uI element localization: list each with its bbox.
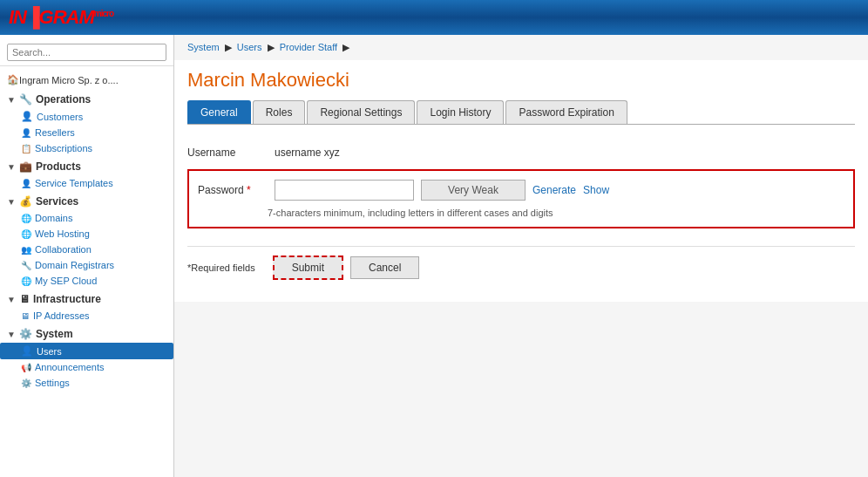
- sidebar-item-announcements[interactable]: Announcements: [0, 359, 173, 375]
- domains-label: Domains: [35, 213, 72, 223]
- logo-text: IN: [9, 6, 26, 28]
- search-input[interactable]: [7, 44, 166, 61]
- page-content: Marcin Makowiecki General Roles Regional…: [174, 60, 868, 302]
- sidebar-item-domains[interactable]: Domains: [0, 210, 173, 226]
- username-value: username xyz: [275, 147, 340, 159]
- ip-addresses-icon: [21, 310, 30, 321]
- tab-roles[interactable]: Roles: [253, 100, 306, 124]
- system-icon: ⚙️: [19, 328, 32, 340]
- page-title: Marcin Makowiecki: [187, 60, 855, 100]
- required-note: *Required fields: [187, 262, 255, 273]
- breadcrumb: System ▶ Users ▶ Provider Staff ▶: [174, 35, 868, 60]
- sidebar-item-domain-registrars[interactable]: Domain Registrars: [0, 257, 173, 273]
- tab-login-history[interactable]: Login History: [417, 100, 504, 124]
- form-footer: *Required fields Submit Cancel: [187, 246, 855, 280]
- products-label: Products: [36, 160, 81, 173]
- house-icon: [7, 74, 19, 85]
- company-name: Ingram Micro Sp. z o....: [19, 75, 119, 85]
- main-content: System ▶ Users ▶ Provider Staff ▶ Marcin…: [174, 35, 868, 477]
- operations-label: Operations: [36, 93, 91, 106]
- tab-general[interactable]: General: [187, 100, 251, 124]
- password-hint: 7-characters minimum, including letters …: [198, 208, 844, 218]
- sidebar-company[interactable]: Ingram Micro Sp. z o....: [0, 71, 173, 89]
- password-label: Password *: [198, 184, 259, 196]
- sidebar-section-products: ▼ 💼 Products Service Templates: [0, 158, 173, 191]
- password-required-marker: *: [247, 184, 251, 196]
- services-toggle: ▼: [7, 197, 16, 207]
- web-hosting-icon: [21, 228, 31, 239]
- app-logo: IN▐GRAMmicro: [9, 6, 113, 29]
- main-layout: Ingram Micro Sp. z o.... ▼ 🔧 Operations …: [0, 35, 868, 477]
- collaboration-icon: [21, 244, 31, 255]
- products-toggle: ▼: [7, 162, 16, 172]
- products-header[interactable]: ▼ 💼 Products: [0, 158, 173, 175]
- search-box[interactable]: [0, 39, 173, 66]
- operations-header[interactable]: ▼ 🔧 Operations: [0, 91, 173, 108]
- web-hosting-label: Web Hosting: [35, 228, 90, 239]
- password-strength: Very Weak: [421, 180, 526, 201]
- resellers-icon: [21, 127, 31, 138]
- submit-button[interactable]: Submit: [273, 256, 343, 280]
- services-header[interactable]: ▼ 💰 Services: [0, 193, 173, 210]
- infra-toggle: ▼: [7, 295, 16, 304]
- announcements-icon: [21, 362, 31, 372]
- password-input[interactable]: [275, 180, 414, 201]
- password-section: Password * Very Weak Generate Show 7-cha…: [187, 169, 855, 228]
- sidebar-item-service-templates[interactable]: Service Templates: [0, 175, 173, 191]
- toggle-icon: ▼: [7, 95, 16, 105]
- logo-micro: micro: [94, 9, 113, 18]
- sidebar-item-subscriptions[interactable]: Subscriptions: [0, 140, 173, 156]
- tabs-bar: General Roles Regional Settings Login Hi…: [187, 100, 855, 125]
- generate-button[interactable]: Generate: [532, 184, 576, 196]
- username-label: Username: [187, 147, 275, 159]
- services-label: Services: [36, 195, 78, 208]
- cancel-button[interactable]: Cancel: [350, 256, 419, 279]
- sidebar-item-my-sep-cloud[interactable]: My SEP Cloud: [0, 273, 173, 289]
- breadcrumb-sep-3: ▶: [342, 42, 349, 52]
- infrastructure-label: Infrastructure: [33, 293, 101, 305]
- settings-label: Settings: [35, 378, 70, 388]
- domain-registrars-icon: [21, 260, 31, 270]
- settings-icon: [21, 378, 31, 388]
- products-icon: 💼: [19, 160, 32, 173]
- breadcrumb-sep-1: ▶: [225, 42, 232, 52]
- breadcrumb-provider-staff[interactable]: Provider Staff: [280, 42, 337, 52]
- subscriptions-label: Subscriptions: [35, 143, 92, 153]
- app-header: IN▐GRAMmicro: [0, 0, 868, 35]
- show-button[interactable]: Show: [583, 184, 609, 196]
- ip-addresses-label: IP Addresses: [33, 310, 90, 321]
- breadcrumb-users[interactable]: Users: [237, 42, 262, 52]
- infrastructure-header[interactable]: ▼ 🖥 Infrastructure: [0, 290, 173, 308]
- sidebar-item-resellers[interactable]: Resellers: [0, 125, 173, 140]
- sidebar-item-web-hosting[interactable]: Web Hosting: [0, 226, 173, 242]
- breadcrumb-sep-2: ▶: [268, 42, 275, 52]
- service-templates-icon: [21, 178, 31, 188]
- sidebar-item-customers[interactable]: Customers: [0, 108, 173, 125]
- sidebar-item-collaboration[interactable]: Collaboration: [0, 242, 173, 257]
- my-sep-cloud-label: My SEP Cloud: [35, 276, 97, 286]
- sidebar-section-system: ▼ ⚙️ System 👤 Users Announcements Settin…: [0, 325, 173, 391]
- breadcrumb-system[interactable]: System: [187, 42, 220, 52]
- tab-password-expiration[interactable]: Password Expiration: [505, 100, 627, 124]
- resellers-label: Resellers: [35, 127, 75, 138]
- system-label: System: [36, 328, 73, 340]
- system-toggle: ▼: [7, 330, 16, 339]
- customers-icon: [21, 111, 33, 122]
- my-sep-cloud-icon: [21, 276, 31, 286]
- form-section: Username username xyz Password * Very We…: [187, 138, 855, 289]
- sidebar-item-ip-addresses[interactable]: IP Addresses: [0, 308, 173, 324]
- users-icon: 👤: [21, 345, 33, 357]
- service-templates-label: Service Templates: [35, 178, 113, 188]
- infra-icon: 🖥: [19, 293, 30, 305]
- username-row: Username username xyz: [187, 147, 855, 159]
- subscriptions-icon: [21, 143, 31, 153]
- logo-gram: GRAM: [39, 6, 94, 28]
- announcements-label: Announcements: [35, 362, 105, 372]
- tab-regional-settings[interactable]: Regional Settings: [307, 100, 415, 124]
- domains-icon: [21, 213, 31, 223]
- domain-registrars-label: Domain Registrars: [35, 260, 114, 270]
- sidebar-item-users[interactable]: 👤 Users: [0, 343, 173, 359]
- sidebar-item-settings[interactable]: Settings: [0, 375, 173, 391]
- system-header[interactable]: ▼ ⚙️ System: [0, 325, 173, 343]
- sidebar-section-infrastructure: ▼ 🖥 Infrastructure IP Addresses: [0, 290, 173, 324]
